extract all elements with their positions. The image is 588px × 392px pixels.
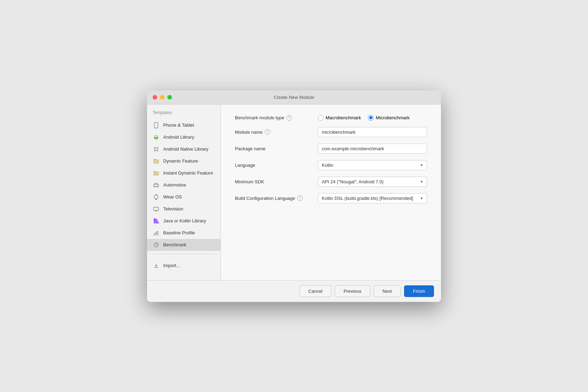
svg-rect-8 [156, 139, 157, 140]
sidebar-item-label: Android Library [163, 134, 194, 140]
sidebar-item-benchmark[interactable]: Benchmark [147, 239, 220, 251]
sidebar-item-label: Import... [163, 263, 180, 268]
svg-rect-4 [154, 137, 158, 139]
previous-button[interactable]: Previous [335, 285, 370, 297]
module-name-label: Module name ? [235, 129, 312, 135]
dialog-title: Create New Module [274, 95, 314, 100]
sidebar-item-android-library[interactable]: Android Library [147, 131, 220, 143]
benchmark-module-type-label: Benchmark module type ? [235, 115, 312, 121]
baseline-profile-icon [153, 229, 160, 236]
module-name-input[interactable] [318, 127, 427, 137]
sidebar-item-wear-os[interactable]: Wear OS [147, 191, 220, 203]
package-name-input[interactable] [318, 144, 427, 154]
finish-button[interactable]: Finish [404, 285, 434, 297]
sidebar-label: Templates [147, 110, 220, 119]
macrobenchmark-option[interactable]: Macrobenchmark [318, 115, 361, 121]
svg-rect-11 [154, 150, 156, 151]
minimize-button[interactable] [160, 95, 165, 100]
svg-rect-31 [154, 234, 155, 235]
package-name-label: Package name [235, 146, 312, 151]
android-library-icon [153, 134, 160, 141]
wear-os-icon [153, 194, 160, 201]
benchmark-type-help-icon[interactable]: ? [286, 115, 292, 121]
package-name-row: Package name [235, 144, 427, 154]
sidebar-item-label: Television [163, 206, 183, 211]
build-config-help-icon[interactable]: ? [297, 195, 303, 201]
import-icon [153, 262, 160, 269]
sidebar-item-instant-dynamic-feature[interactable]: ⚡ Instant Dynamic Feature [147, 167, 220, 179]
benchmark-module-type-row: Benchmark module type ? Macrobenchmark M… [235, 115, 427, 121]
language-select[interactable]: Kotlin Java [318, 160, 427, 170]
sidebar-item-label: Dynamic Feature [163, 158, 198, 164]
module-name-help-icon[interactable]: ? [265, 129, 270, 135]
language-label: Language [235, 163, 312, 168]
form-content: Benchmark module type ? Macrobenchmark M… [221, 105, 441, 280]
instant-dynamic-icon: ⚡ [153, 170, 160, 177]
television-icon [153, 206, 160, 213]
sidebar-item-baseline-profile[interactable]: Baseline Profile [147, 227, 220, 239]
build-config-row: Build Configuration Language ? Kotlin DS… [235, 193, 427, 203]
next-button[interactable]: Next [374, 285, 401, 297]
build-config-control: Kotlin DSL (build.gradle.kts) [Recommend… [318, 193, 427, 203]
sidebar-divider [153, 254, 215, 254]
sidebar-items: Phone & Tablet [147, 119, 220, 251]
package-name-control [318, 144, 427, 154]
sidebar-item-label: Automotive [163, 182, 186, 188]
sidebar-item-automotive[interactable]: Automotive [147, 179, 220, 191]
svg-rect-25 [155, 199, 157, 200]
svg-rect-5 [154, 137, 154, 138]
dialog-body: Templates Phone & Tablet [147, 105, 441, 280]
sidebar: Templates Phone & Tablet [147, 105, 221, 280]
svg-text:⚡: ⚡ [155, 172, 158, 175]
svg-point-35 [156, 245, 156, 245]
svg-rect-12 [156, 150, 158, 151]
svg-rect-26 [154, 207, 159, 210]
maximize-button[interactable] [167, 95, 172, 100]
svg-rect-6 [158, 137, 159, 138]
svg-rect-9 [154, 147, 156, 149]
close-button[interactable] [153, 95, 157, 100]
benchmark-type-radio-group: Macrobenchmark Microbenchmark [318, 115, 427, 121]
sidebar-bottom: Import... [147, 257, 220, 274]
automotive-icon [153, 182, 160, 189]
svg-point-3 [157, 135, 158, 136]
svg-rect-13 [154, 160, 159, 163]
sidebar-item-import[interactable]: Import... [147, 260, 220, 272]
dialog-footer: Cancel Previous Next Finish [147, 280, 441, 302]
svg-point-2 [155, 135, 156, 136]
build-config-label: Build Configuration Language ? [235, 195, 312, 201]
sidebar-item-java-kotlin-library[interactable]: Java or Kotlin Library [147, 215, 220, 227]
titlebar: Create New Module [147, 90, 441, 105]
sidebar-item-phone-tablet[interactable]: Phone & Tablet [147, 119, 220, 131]
minimum-sdk-label: Minimum SDK [235, 179, 312, 184]
sidebar-item-android-native-library[interactable]: Android Native Library [147, 143, 220, 155]
svg-rect-24 [155, 194, 157, 195]
svg-point-1 [156, 127, 156, 127]
language-control: Kotlin Java ▼ [318, 160, 427, 170]
minimum-sdk-select[interactable]: API 24 ("Nougat"; Android 7.0) API 21 ("… [318, 177, 427, 187]
microbenchmark-radio[interactable] [368, 115, 373, 121]
sidebar-item-label: Java or Kotlin Library [163, 218, 206, 223]
svg-rect-10 [156, 147, 158, 149]
kotlin-icon [153, 217, 160, 225]
svg-rect-7 [155, 139, 156, 140]
svg-point-23 [154, 195, 158, 199]
sidebar-item-label: Wear OS [163, 194, 182, 200]
language-row: Language Kotlin Java ▼ [235, 160, 427, 170]
build-config-select[interactable]: Kotlin DSL (build.gradle.kts) [Recommend… [318, 193, 427, 203]
sidebar-item-television[interactable]: Television [147, 203, 220, 215]
create-module-dialog: Create New Module Templates Phone & Tabl… [147, 90, 441, 302]
minimum-sdk-control: API 24 ("Nougat"; Android 7.0) API 21 ("… [318, 177, 427, 187]
microbenchmark-option[interactable]: Microbenchmark [368, 115, 409, 121]
sidebar-item-dynamic-feature[interactable]: Dynamic Feature [147, 155, 220, 167]
module-name-row: Module name ? [235, 127, 427, 137]
sidebar-item-label: Android Native Library [163, 146, 209, 152]
module-name-control [318, 127, 427, 137]
minimum-sdk-row: Minimum SDK API 24 ("Nougat"; Android 7.… [235, 177, 427, 187]
sidebar-item-label: Phone & Tablet [163, 122, 194, 128]
cancel-button[interactable]: Cancel [300, 285, 331, 297]
macrobenchmark-radio[interactable] [318, 115, 324, 121]
phone-tablet-icon [153, 122, 160, 129]
sidebar-item-label: Baseline Profile [163, 230, 195, 235]
dynamic-feature-icon [153, 158, 160, 165]
